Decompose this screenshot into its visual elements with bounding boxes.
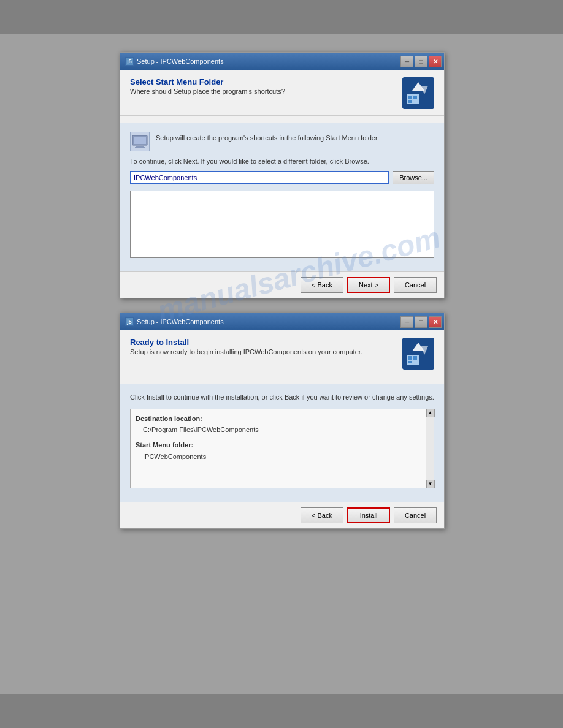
top-bar bbox=[0, 0, 563, 34]
dialog2-title-controls: ─ □ ✕ bbox=[400, 316, 442, 328]
svg-rect-11 bbox=[402, 338, 434, 370]
dialog2-install-button[interactable]: Install bbox=[347, 507, 390, 523]
dialog2-title-text: Setup - IPCWebComponents bbox=[137, 318, 224, 325]
svg-rect-10 bbox=[135, 147, 145, 148]
svg-rect-9 bbox=[136, 146, 144, 147]
dialog1-minimize-btn[interactable]: ─ bbox=[400, 56, 413, 67]
computer-icon bbox=[131, 133, 148, 150]
dialog1-info-row: Setup will create the program's shortcut… bbox=[130, 132, 434, 151]
dialog2-body: Click Install to continue with the insta… bbox=[120, 384, 444, 502]
dialog2-info-text: Click Install to continue with the insta… bbox=[130, 392, 434, 403]
svg-rect-0 bbox=[402, 77, 434, 109]
dialog1-instruction-text: To continue, click Next. If you would li… bbox=[130, 157, 434, 165]
dialog2-header-title: Ready to Install bbox=[130, 338, 402, 347]
svg-rect-3 bbox=[413, 96, 417, 99]
destination-label: Destination location: bbox=[136, 413, 421, 425]
dialog1-titlebar: j5 Setup - IPCWebComponents ─ □ ✕ bbox=[120, 53, 444, 70]
startmenu-value: IPCWebComponents bbox=[136, 451, 421, 463]
startmenu-label: Start Menu folder: bbox=[136, 439, 421, 451]
folder-input[interactable] bbox=[130, 171, 389, 184]
dialog2-close-btn[interactable]: ✕ bbox=[429, 316, 442, 328]
setup-icon-svg bbox=[402, 77, 434, 109]
dialog2-cancel-button[interactable]: Cancel bbox=[394, 507, 437, 523]
dialog2-maximize-btn[interactable]: □ bbox=[415, 316, 427, 328]
dialog1-title-group: j5 Setup - IPCWebComponents bbox=[125, 57, 224, 66]
dialog1-info-text: Setup will create the program's shortcut… bbox=[156, 132, 379, 142]
scroll-up-arrow[interactable]: ▲ bbox=[426, 409, 435, 417]
dialog2-app-icon: j5 bbox=[125, 317, 134, 326]
dialog2-header: Ready to Install Setup is now ready to b… bbox=[120, 330, 444, 376]
dialog2-summary-container: Destination location: C:\Program Files\I… bbox=[130, 409, 434, 488]
dialog2-summary-box: Destination location: C:\Program Files\I… bbox=[130, 409, 434, 488]
browse-button[interactable]: Browse... bbox=[393, 171, 434, 184]
svg-rect-8 bbox=[134, 137, 146, 144]
dialog1-header-text: Select Start Menu Folder Where should Se… bbox=[130, 77, 402, 95]
dialog1-next-button[interactable]: Next > bbox=[347, 277, 390, 293]
dialog2-minimize-btn[interactable]: ─ bbox=[400, 316, 413, 328]
dialog1-footer: < Back Next > Cancel bbox=[120, 271, 444, 298]
scroll-down-arrow[interactable]: ▼ bbox=[426, 480, 435, 488]
dialog1-listbox[interactable] bbox=[130, 191, 434, 258]
dialog1-header-icon bbox=[402, 77, 434, 109]
dialog1-body: Setup will create the program's shortcut… bbox=[120, 123, 444, 271]
dialog2-title-group: j5 Setup - IPCWebComponents bbox=[125, 317, 224, 326]
setup-icon-svg-2 bbox=[402, 338, 434, 370]
dialog1-close-btn[interactable]: ✕ bbox=[429, 56, 442, 67]
dialog1-app-icon: j5 bbox=[125, 57, 134, 66]
dialog2-footer: < Back Install Cancel bbox=[120, 502, 444, 528]
dialog1-cancel-button[interactable]: Cancel bbox=[394, 277, 437, 293]
destination-value: C:\Program Files\IPCWebComponents bbox=[136, 424, 421, 436]
dialog1-maximize-btn[interactable]: □ bbox=[415, 56, 427, 67]
dialog-ready-to-install: j5 Setup - IPCWebComponents ─ □ ✕ Ready … bbox=[120, 313, 445, 529]
svg-rect-14 bbox=[413, 356, 417, 360]
summary-scrollbar[interactable]: ▲ ▼ bbox=[426, 409, 434, 488]
svg-rect-15 bbox=[408, 361, 412, 363]
bottom-bar bbox=[0, 694, 563, 728]
dialog2-titlebar: j5 Setup - IPCWebComponents ─ □ ✕ bbox=[120, 313, 444, 330]
dialog2-header-subtitle: Setup is now ready to begin installing I… bbox=[130, 348, 402, 355]
dialog2-back-button[interactable]: < Back bbox=[301, 507, 343, 523]
dialog-select-start-menu: j5 Setup - IPCWebComponents ─ □ ✕ Select… bbox=[120, 52, 445, 298]
dialog1-back-button[interactable]: < Back bbox=[301, 277, 343, 293]
svg-rect-13 bbox=[408, 356, 412, 360]
dialog1-title-controls: ─ □ ✕ bbox=[400, 56, 442, 67]
dialog1-info-icon bbox=[130, 132, 150, 151]
dialog1-header-title: Select Start Menu Folder bbox=[130, 77, 402, 86]
dialog1-title-text: Setup - IPCWebComponents bbox=[137, 58, 224, 65]
dialog1-folder-row: Browse... bbox=[130, 171, 434, 184]
dialog2-header-text: Ready to Install Setup is now ready to b… bbox=[130, 338, 402, 355]
svg-rect-2 bbox=[408, 96, 412, 99]
dialog1-header: Select Start Menu Folder Where should Se… bbox=[120, 70, 444, 116]
dialog1-header-subtitle: Where should Setup place the program's s… bbox=[130, 88, 402, 95]
dialog2-header-icon bbox=[402, 338, 434, 370]
svg-rect-4 bbox=[408, 100, 412, 103]
